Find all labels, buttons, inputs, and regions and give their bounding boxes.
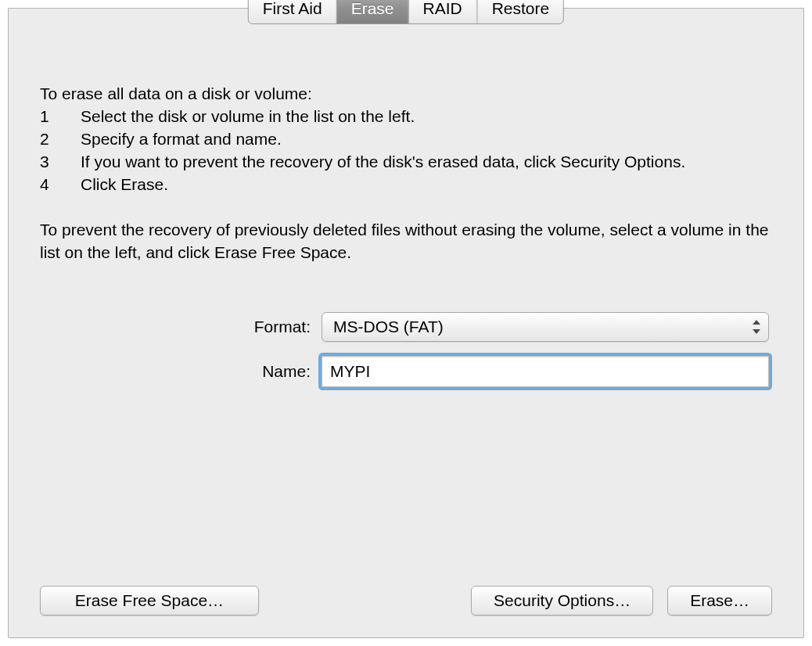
tab-raid[interactable]: RAID <box>409 0 477 23</box>
tab-bar: First Aid Erase RAID Restore <box>248 0 564 24</box>
updown-arrows-icon <box>753 320 760 334</box>
format-select-value: MS-DOS (FAT) <box>333 318 444 336</box>
name-input[interactable] <box>322 356 769 387</box>
instructions-heading: To erase all data on a disk or volume: <box>40 82 772 105</box>
erase-button[interactable]: Erase… <box>667 586 772 615</box>
step-number: 2 <box>40 127 81 150</box>
tab-erase[interactable]: Erase <box>337 0 409 23</box>
button-bar: Erase Free Space… Security Options… Eras… <box>9 586 803 615</box>
erase-form: Format: MS-DOS (FAT) Name: <box>9 312 803 387</box>
step-number: 3 <box>40 150 81 173</box>
instructions-text: To erase all data on a disk or volume: 1… <box>9 29 803 264</box>
step-text: Click Erase. <box>81 173 772 196</box>
instructions-footer: To prevent the recovery of previously de… <box>40 218 772 264</box>
tab-first-aid[interactable]: First Aid <box>249 0 337 23</box>
step-text: Select the disk or volume in the list on… <box>81 105 772 127</box>
step-number: 1 <box>40 105 81 127</box>
step-number: 4 <box>40 173 81 196</box>
tab-restore[interactable]: Restore <box>477 0 564 23</box>
name-label: Name: <box>40 362 322 381</box>
erase-panel: First Aid Erase RAID Restore To erase al… <box>8 8 804 638</box>
format-select[interactable]: MS-DOS (FAT) <box>322 312 769 342</box>
format-label: Format: <box>40 318 322 336</box>
step-text: If you want to prevent the recovery of t… <box>81 150 772 173</box>
erase-free-space-button[interactable]: Erase Free Space… <box>40 586 259 615</box>
security-options-button[interactable]: Security Options… <box>471 586 653 615</box>
step-text: Specify a format and name. <box>81 127 772 150</box>
